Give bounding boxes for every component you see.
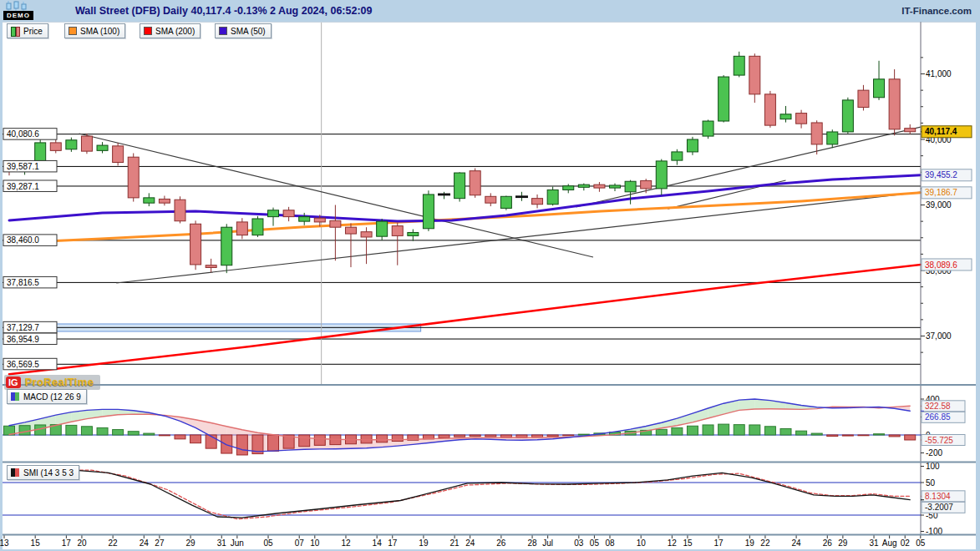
macd-histogram-bar[interactable]	[97, 427, 108, 435]
macd-histogram-bar[interactable]	[811, 433, 822, 435]
candle-up[interactable]	[656, 161, 667, 189]
candle-down[interactable]	[811, 123, 822, 144]
candle-up[interactable]	[97, 145, 108, 150]
macd-histogram-bar[interactable]	[905, 435, 916, 440]
macd-histogram-bar[interactable]	[268, 435, 279, 451]
candle-up[interactable]	[268, 210, 279, 217]
candle-down[interactable]	[128, 157, 139, 198]
candle-up[interactable]	[66, 140, 77, 149]
candle-up[interactable]	[874, 79, 885, 98]
candle-up[interactable]	[718, 77, 729, 121]
doji-candle[interactable]	[515, 195, 528, 198]
candle-up[interactable]	[780, 114, 791, 119]
candle-up[interactable]	[610, 185, 621, 188]
candle-up[interactable]	[144, 198, 155, 203]
macd-histogram-bar[interactable]	[361, 435, 372, 443]
candle-down[interactable]	[345, 227, 356, 234]
candle-up[interactable]	[672, 152, 683, 160]
macd-histogram-bar[interactable]	[874, 434, 885, 435]
macd-histogram-bar[interactable]	[470, 435, 480, 437]
candle-up[interactable]	[703, 121, 713, 136]
candle-down[interactable]	[330, 220, 341, 227]
macd-histogram-bar[interactable]	[842, 435, 853, 436]
macd-histogram-bar[interactable]	[687, 426, 698, 435]
candle-down[interactable]	[81, 136, 92, 151]
candle-down[interactable]	[113, 146, 124, 163]
candle-down[interactable]	[159, 199, 170, 203]
candle-up[interactable]	[299, 217, 310, 221]
macd-histogram-bar[interactable]	[206, 435, 216, 448]
macd-histogram-bar[interactable]	[392, 435, 403, 442]
macd-histogram-bar[interactable]	[81, 427, 92, 435]
macd-histogram-bar[interactable]	[796, 431, 807, 435]
candle-down[interactable]	[190, 224, 201, 265]
candle-down[interactable]	[283, 210, 294, 217]
macd-histogram-bar[interactable]	[827, 435, 838, 437]
time-axis[interactable]: 131517202224272931Jun0507101214171921242…	[0, 535, 976, 549]
candle-down[interactable]	[594, 185, 605, 188]
macd-histogram-bar[interactable]	[858, 435, 869, 436]
macd-histogram-bar[interactable]	[749, 425, 760, 435]
macd-histogram-bar[interactable]	[734, 425, 744, 435]
macd-histogram-bar[interactable]	[889, 435, 900, 437]
candle-up[interactable]	[408, 232, 419, 235]
candle-down[interactable]	[905, 129, 916, 132]
candle-down[interactable]	[392, 226, 403, 236]
macd-histogram-bar[interactable]	[547, 435, 558, 437]
macd-histogram-bar[interactable]	[113, 430, 124, 435]
macd-indicator-chip[interactable]: MACD (12 26 9	[7, 389, 87, 404]
macd-histogram-bar[interactable]	[175, 435, 185, 439]
candle-down[interactable]	[749, 56, 760, 94]
legend-chip-sma200[interactable]: SMA (200)	[140, 23, 201, 38]
macd-histogram-bar[interactable]	[718, 424, 729, 435]
macd-histogram-bar[interactable]	[236, 435, 247, 455]
macd-histogram-bar[interactable]	[485, 435, 496, 437]
macd-histogram-bar[interactable]	[299, 435, 310, 447]
legend-chip-sma50[interactable]: SMA (50)	[215, 23, 272, 38]
candle-down[interactable]	[206, 265, 216, 268]
candle-down[interactable]	[485, 196, 496, 203]
candle-up[interactable]	[423, 195, 434, 229]
macd-histogram-bar[interactable]	[703, 425, 713, 435]
macd-histogram-bar[interactable]	[672, 427, 683, 435]
macd-histogram-bar[interactable]	[66, 425, 77, 435]
macd-histogram-bar[interactable]	[454, 435, 465, 437]
macd-histogram-bar[interactable]	[159, 435, 170, 436]
legend-chip-price[interactable]: Price	[7, 23, 48, 38]
candle-down[interactable]	[236, 222, 247, 235]
candle-down[interactable]	[50, 143, 61, 150]
smi-indicator-chip[interactable]: SMI (14 3 5 3	[7, 465, 79, 480]
candle-up[interactable]	[842, 100, 853, 132]
candle-up[interactable]	[827, 132, 838, 144]
candle-down[interactable]	[470, 171, 480, 195]
macd-histogram-bar[interactable]	[190, 435, 201, 443]
candle-down[interactable]	[764, 94, 775, 125]
candle-up[interactable]	[563, 186, 574, 190]
it-finance-link[interactable]: IT-Finance.com	[901, 0, 972, 22]
macd-histogram-bar[interactable]	[764, 427, 775, 435]
candle-up[interactable]	[500, 196, 511, 208]
macd-histogram-bar[interactable]	[439, 435, 449, 437]
candle-up[interactable]	[221, 227, 232, 265]
chart-canvas[interactable]: 40,080.639,587.139,287.138,460.037,816.5…	[0, 0, 980, 551]
candle-down[interactable]	[796, 114, 807, 124]
macd-histogram-bar[interactable]	[19, 426, 30, 435]
candle-up[interactable]	[687, 139, 698, 152]
candle-down[interactable]	[889, 79, 900, 129]
candle-down[interactable]	[858, 90, 869, 107]
macd-histogram-bar[interactable]	[314, 435, 325, 445]
macd-histogram-bar[interactable]	[656, 429, 667, 435]
macd-histogram-bar[interactable]	[563, 435, 574, 436]
candle-up[interactable]	[625, 181, 636, 192]
doji-candle[interactable]	[438, 194, 450, 196]
candle-up[interactable]	[252, 219, 263, 235]
candle-down[interactable]	[314, 218, 325, 222]
macd-histogram-bar[interactable]	[780, 428, 791, 435]
macd-histogram-bar[interactable]	[377, 435, 388, 442]
candle-down[interactable]	[175, 200, 185, 221]
candle-up[interactable]	[734, 56, 744, 75]
candle-up[interactable]	[547, 190, 558, 204]
candle-down[interactable]	[641, 180, 652, 188]
macd-histogram-bar[interactable]	[128, 432, 139, 435]
candle-up[interactable]	[377, 221, 388, 236]
